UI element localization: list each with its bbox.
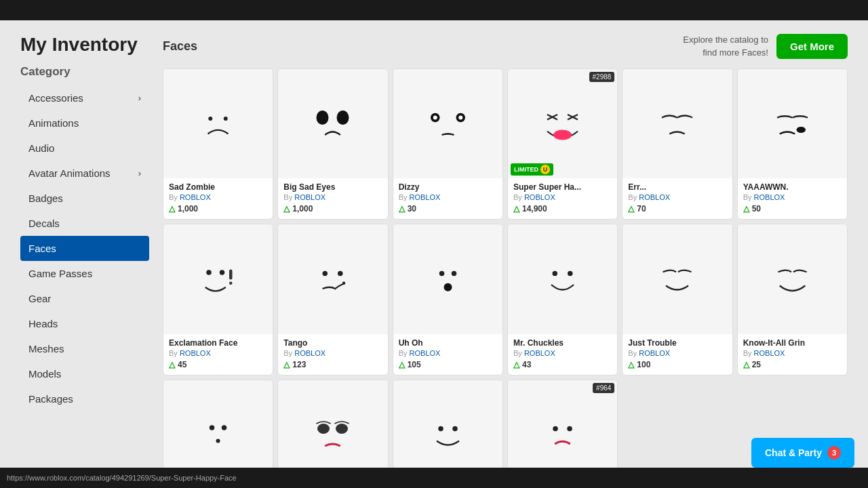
item-card-sad-zombie[interactable]: Sad Zombie By ROBLOX △ 1,000 [163,68,273,220]
face-image [174,391,262,479]
item-card-dizzy[interactable]: Dizzy By ROBLOX △ 30 [393,68,503,220]
robux-icon: △ [628,360,634,369]
svg-point-3 [337,110,349,125]
robux-icon: △ [283,360,290,369]
item-card-just-trouble[interactable]: Just Trouble By ROBLOX △ 100 [622,224,732,375]
sidebar-item-label: Faces [28,243,56,254]
chevron-right-icon: › [138,93,141,103]
sidebar: My Inventory Category Accessories›Animat… [20,34,149,488]
svg-point-31 [438,426,443,432]
face-image [633,235,721,323]
item-price: △ 25 [743,360,842,369]
creator-link[interactable]: ROBLOX [410,349,441,357]
svg-point-0 [208,117,212,121]
sidebar-item-faces[interactable]: Faces [20,236,149,261]
item-info: Mr. Chuckles By ROBLOX △ 43 [508,334,617,375]
item-info: Know-It-All Grin By ROBLOX △ 25 [738,334,847,375]
sidebar-item-models[interactable]: Models [20,361,149,386]
sidebar-item-accessories[interactable]: Accessories› [20,85,149,110]
face-image [633,80,721,167]
get-more-button[interactable]: Get More [776,34,848,59]
svg-point-32 [452,426,458,432]
creator-link[interactable]: ROBLOX [754,193,785,201]
svg-point-29 [317,424,330,434]
item-card-tango[interactable]: Tango By ROBLOX △ 123 [277,224,388,375]
sidebar-item-avatar-animations[interactable]: Avatar Animations› [20,161,149,186]
item-card-mr-chuckles[interactable]: Mr. Chuckles By ROBLOX △ 43 [507,224,618,375]
svg-point-1 [224,117,228,121]
item-card-err[interactable]: Err... By ROBLOX △ 70 [622,68,732,220]
item-card-know-it-all-grin[interactable]: Know-It-All Grin By ROBLOX △ 25 [737,224,848,375]
sidebar-item-gear[interactable]: Gear [20,286,149,311]
item-price: △ 105 [399,360,497,369]
svg-rect-16 [229,269,233,279]
sidebar-item-label: Gear [28,293,51,304]
sidebar-item-badges[interactable]: Badges [20,186,149,211]
face-image [289,80,376,167]
svg-point-13 [796,127,806,133]
svg-point-26 [210,425,215,430]
sidebar-item-label: Badges [28,192,63,204]
face-image [519,80,606,167]
creator-link[interactable]: ROBLOX [524,193,555,201]
item-card-super-super-happy[interactable]: #2988 LIMITED U Super Super Ha... By ROB… [507,68,618,220]
url-bar: https://www.roblox.com/catalog/494291269… [7,474,237,482]
item-name: Just Trouble [628,338,726,348]
svg-point-2 [317,110,329,125]
category-label: Category [20,65,149,79]
item-card-uh-oh[interactable]: Uh Oh By ROBLOX △ 105 [393,224,503,375]
sidebar-item-label: Packages [28,393,73,405]
item-creator: By ROBLOX [743,349,842,357]
item-card-big-sad-eyes[interactable]: Big Sad Eyes By ROBLOX △ 1,000 [277,68,388,220]
item-price: △ 50 [743,204,842,214]
creator-link[interactable]: ROBLOX [180,349,211,357]
svg-point-20 [342,281,346,285]
item-name: Exclamation Face [169,338,267,348]
item-creator: By ROBLOX [628,193,726,201]
limited-badge: LIMITED U [511,163,553,176]
price-value: 1,000 [178,204,198,214]
item-name: Tango [283,338,382,348]
face-image [519,391,606,479]
item-image [278,224,387,333]
creator-link[interactable]: ROBLOX [180,193,211,201]
item-image [508,224,617,333]
explore-text: Explore the catalog tofind more Faces! [683,34,768,58]
robux-icon: △ [743,360,749,369]
robux-icon: △ [743,204,749,214]
face-image [174,235,262,323]
item-price: △ 14,900 [513,204,612,214]
price-value: 43 [522,360,531,369]
svg-point-12 [553,130,572,140]
sidebar-item-game-passes[interactable]: Game Passes [20,261,149,286]
sidebar-item-packages[interactable]: Packages [20,386,149,411]
sidebar-item-audio[interactable]: Audio [20,136,149,161]
creator-link[interactable]: ROBLOX [639,193,670,201]
creator-link[interactable]: ROBLOX [294,193,326,201]
chat-party-button[interactable]: Chat & Party 3 [751,438,854,468]
robux-icon: △ [513,360,519,369]
sidebar-item-meshes[interactable]: Meshes [20,336,149,361]
item-name: Uh Oh [399,338,497,348]
sidebar-item-label: Accessories [28,92,83,104]
item-creator: By ROBLOX [169,193,267,201]
price-value: 123 [292,360,306,369]
item-creator: By ROBLOX [399,193,497,201]
item-image [738,224,847,333]
creator-link[interactable]: ROBLOX [294,349,326,357]
sidebar-item-animations[interactable]: Animations [20,110,149,136]
item-card-exclamation-face[interactable]: Exclamation Face By ROBLOX △ 45 [163,224,273,375]
creator-link[interactable]: ROBLOX [410,193,441,201]
chevron-right-icon: › [138,168,141,178]
sidebar-item-label: Models [28,368,61,380]
creator-link[interactable]: ROBLOX [639,349,670,357]
item-badge: #2988 [589,72,615,82]
sidebar-item-heads[interactable]: Heads [20,311,149,336]
price-value: 100 [637,360,650,369]
creator-link[interactable]: ROBLOX [524,349,555,357]
item-card-yaaawwn[interactable]: YAAAWWN. By ROBLOX △ 50 [737,68,848,220]
sidebar-item-decals[interactable]: Decals [20,211,149,236]
item-info: Just Trouble By ROBLOX △ 100 [623,334,732,375]
face-image [519,235,606,323]
creator-link[interactable]: ROBLOX [754,349,785,357]
